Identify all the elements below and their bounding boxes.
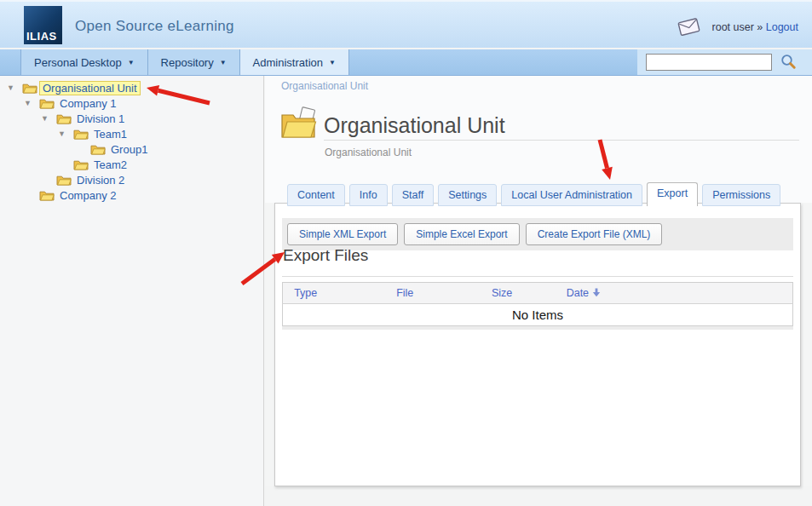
folder-icon — [39, 189, 56, 201]
tab-bar: ContentInfoStaffSettingsLocal User Admin… — [287, 182, 780, 206]
tree-node-company-1: ▼Company 1 — [0, 95, 263, 111]
tree-node-team2: Team2 — [0, 157, 263, 172]
folder-icon — [39, 97, 56, 109]
table-footer-bar — [282, 326, 793, 330]
folder-icon — [56, 174, 73, 186]
tree-expander-icon[interactable]: ▼ — [58, 129, 73, 138]
folder-icon — [73, 128, 90, 140]
export-panel: Simple XML ExportSimple Excel ExportCrea… — [274, 203, 801, 486]
breadcrumb[interactable]: Organisational Unit — [281, 80, 368, 92]
nav-menu: Personal Desktop▼Repository▼Administrati… — [20, 49, 349, 75]
tree-node-group1: Group1 — [0, 141, 263, 157]
caret-down-icon: ▼ — [220, 59, 227, 66]
ilias-logo[interactable]: ILIAS — [24, 6, 62, 44]
folder-icon — [22, 82, 39, 94]
create-export-file-xml-button[interactable]: Create Export File (XML) — [526, 223, 663, 245]
page-title: Organisational Unit — [324, 113, 505, 138]
ilias-logo-text: ILIAS — [24, 28, 60, 44]
tab-info[interactable]: Info — [349, 184, 388, 206]
mail-icon[interactable] — [678, 18, 700, 39]
column-label: Size — [492, 287, 512, 299]
app-title: Open Source eLearning — [75, 18, 234, 35]
tab-export[interactable]: Export — [647, 182, 698, 206]
table-header-filler — [645, 283, 793, 304]
nav-item-repository[interactable]: Repository▼ — [148, 49, 240, 75]
tree-node-label[interactable]: Company 2 — [56, 188, 119, 203]
tree-node-division-1: ▼Division 1 — [0, 111, 263, 126]
caret-down-icon: ▼ — [128, 59, 135, 66]
tree-node-label[interactable]: Team1 — [90, 127, 130, 141]
search-input[interactable] — [646, 54, 772, 71]
tree-expander-icon[interactable]: ▼ — [7, 83, 22, 92]
sort-desc-icon — [589, 287, 601, 299]
tree-node-label[interactable]: Company 1 — [56, 96, 119, 111]
nav-item-label: Administration — [253, 56, 323, 69]
simple-excel-export-button[interactable]: Simple Excel Export — [404, 223, 519, 245]
tree-expander-icon[interactable]: ▼ — [24, 99, 39, 107]
tab-settings[interactable]: Settings — [438, 184, 497, 206]
section-divider — [282, 276, 793, 277]
folder-icon — [73, 158, 90, 170]
tab-content[interactable]: Content — [287, 184, 345, 206]
nav-item-personal-desktop[interactable]: Personal Desktop▼ — [20, 49, 148, 75]
tree-node-team1: ▼Team1 — [0, 126, 263, 141]
tree-node-label[interactable]: Group1 — [107, 142, 151, 157]
folder-icon — [90, 143, 107, 155]
column-header-date[interactable]: Date — [522, 283, 645, 304]
caret-down-icon: ▼ — [329, 59, 336, 66]
user-area: root user » Logout — [712, 21, 798, 33]
export-files-table: TypeFileSizeDate No Items — [282, 282, 793, 326]
tree-node-label[interactable]: Division 1 — [73, 112, 128, 126]
tree-node-company-2: Company 2 — [0, 187, 263, 203]
column-header-file[interactable]: File — [328, 283, 481, 304]
search-zone — [637, 49, 812, 75]
column-header-type[interactable]: Type — [283, 283, 329, 304]
tree-expander-icon[interactable]: ▼ — [41, 114, 56, 123]
column-label: File — [396, 287, 413, 299]
tree-node-organisational-unit: ▼Organisational Unit — [0, 80, 263, 95]
tab-permissions[interactable]: Permissions — [702, 184, 780, 206]
column-label: Type — [294, 287, 317, 299]
nav-item-administration[interactable]: Administration▼ — [240, 49, 349, 75]
title-divider — [324, 140, 799, 141]
tree-node-division-2: Division 2 — [0, 172, 263, 187]
column-header-size[interactable]: Size — [481, 283, 522, 304]
main-menu-bar: Personal Desktop▼Repository▼Administrati… — [0, 49, 812, 76]
page-subtitle: Organisational Unit — [325, 147, 412, 158]
ilias-window: ILIAS Open Source eLearning root user » … — [0, 0, 812, 506]
search-icon[interactable] — [780, 54, 797, 71]
tree-node-label[interactable]: Division 2 — [73, 173, 128, 187]
simple-xml-export-button[interactable]: Simple XML Export — [287, 223, 398, 245]
user-label: root user » — [712, 21, 763, 33]
empty-table-message: No Items — [283, 304, 793, 326]
nav-item-label: Repository — [161, 56, 214, 69]
tab-local-user-administration[interactable]: Local User Administration — [501, 184, 642, 206]
header-bar: ILIAS Open Source eLearning root user » … — [0, 0, 812, 48]
nav-item-label: Personal Desktop — [34, 56, 122, 69]
tree-node-label[interactable]: Organisational Unit — [39, 81, 141, 95]
tree-node-label[interactable]: Team2 — [90, 158, 130, 172]
folder-icon — [56, 112, 73, 124]
logout-link[interactable]: Logout — [766, 21, 798, 33]
main-content: Organisational Unit Organisational Unit … — [265, 76, 812, 506]
column-label: Date — [567, 287, 589, 299]
tab-staff[interactable]: Staff — [392, 184, 434, 206]
footer-strip — [265, 486, 812, 506]
repository-tree: ▼Organisational Unit▼Company 1▼Division … — [0, 76, 264, 506]
export-files-heading: Export Files — [283, 246, 368, 265]
table-row-empty: No Items — [283, 304, 793, 326]
org-unit-folder-icon — [279, 106, 319, 144]
